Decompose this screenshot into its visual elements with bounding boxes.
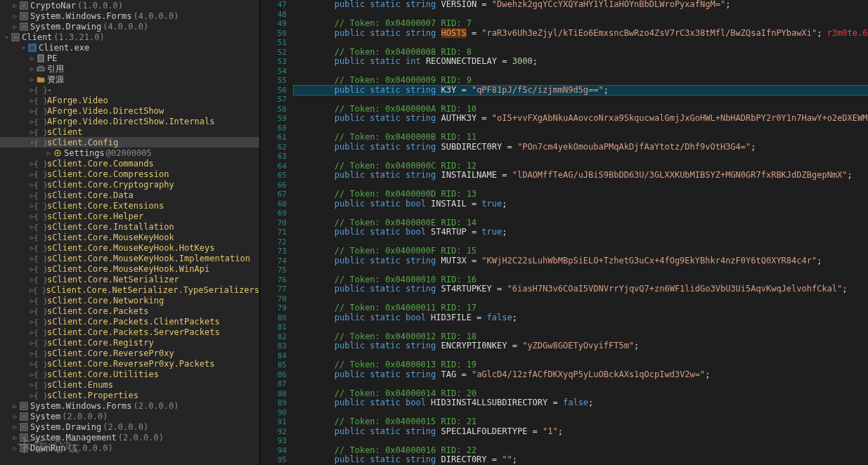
tree-item[interactable]: ▷System.Drawing (2.0.0.0) — [0, 421, 259, 432]
tree-item[interactable]: ▷{ }AForge.Video.DirectShow.Internals — [0, 116, 259, 126]
code-line[interactable]: public static bool HID3INST4LLSUBDIRECTO… — [294, 398, 868, 408]
expand-arrow-icon[interactable]: ▿ — [20, 44, 27, 51]
tree-item[interactable]: ▷{ }sClient.Core.Packets — [0, 306, 259, 316]
tree-item[interactable]: ▷{ }AForge.Video.DirectShow — [0, 105, 259, 116]
expand-arrow-icon[interactable]: ▷ — [11, 424, 19, 431]
code-line[interactable] — [294, 322, 868, 332]
tree-item[interactable]: ▷{ }sClient.Core.Packets.ServerPackets — [0, 327, 259, 337]
code-line[interactable]: // Token: 0x0400000A RID: 10 — [294, 105, 868, 114]
code-line[interactable]: // Token: 0x04000015 RID: 21 — [294, 417, 868, 427]
code-line[interactable] — [294, 294, 868, 304]
expand-arrow-icon[interactable]: ▷ — [28, 65, 36, 72]
tree-item[interactable]: ▷{ }sClient.Core.Compression — [0, 169, 259, 179]
tree-item[interactable]: ▿Client (1.3.21.0) — [0, 32, 259, 42]
tree-item[interactable]: ▷{ }sClient.Enums — [0, 379, 259, 390]
tree-item[interactable]: ▷{ }sClient.Core.MouseKeyHook.Implementa… — [0, 253, 259, 263]
code-line[interactable] — [294, 67, 868, 77]
tree-item[interactable]: ▷{ }sClient.Core.Packets.ClientPackets — [0, 316, 259, 327]
expand-arrow-icon[interactable]: ▷ — [28, 55, 36, 62]
tree-item[interactable]: ▷资源 — [0, 74, 259, 84]
code-line[interactable]: // Token: 0x0400000C RID: 12 — [294, 162, 868, 171]
tree-item[interactable]: ▷{ }sClient.Core.MouseKeyHook.WinApi — [0, 263, 259, 274]
code-line[interactable]: public static string TAG = "aGlcD4/12zfA… — [294, 370, 868, 380]
code-area[interactable]: public static string VERSION = "Dwehzk2g… — [294, 0, 868, 465]
tree-item[interactable]: ▷{ }sClient.Core.ReversePr0xy — [0, 348, 259, 358]
tree-item[interactable]: ▷{ }sClient.Core.MouseKeyHook.HotKeys — [0, 242, 259, 253]
code-line[interactable]: public static string SUBDIRECT0RY = "POn… — [294, 143, 868, 152]
code-line[interactable]: public static bool INSTAIL = true; — [294, 199, 868, 209]
code-line[interactable]: // Token: 0x04000009 RID: 9 — [294, 76, 868, 86]
code-line[interactable]: public static string SPEC1ALFOLDERTYPE =… — [294, 427, 868, 437]
code-line[interactable]: public static string VERSION = "Dwehzk2g… — [294, 0, 868, 10]
code-line[interactable]: // Token: 0x04000016 RID: 22 — [294, 446, 868, 456]
code-line[interactable]: public static string ENCRYPTI0NKEY = "yZ… — [294, 341, 868, 351]
code-line[interactable]: public static string AUTHK3Y = "oI5+vvFX… — [294, 114, 868, 124]
tree-item[interactable]: ▷System.Windows.Forms (4.0.0.0) — [0, 11, 259, 21]
code-line[interactable]: // Token: 0x04000007 RID: 7 — [294, 19, 868, 29]
code-line[interactable]: public static string K3Y = "qPF81pJ/fSc/… — [294, 86, 868, 96]
code-line[interactable]: public static bool HID3FILE = false; — [294, 313, 868, 323]
tree-item[interactable]: ▷{ }sClient.Core.ReversePr0xy.Packets — [0, 358, 259, 369]
code-line[interactable] — [294, 266, 868, 275]
code-line[interactable] — [294, 436, 868, 446]
tree-item[interactable]: ▷System.Drawing (4.0.0.0) — [0, 21, 259, 32]
code-line[interactable]: // Token: 0x0400000F RID: 15 — [294, 247, 868, 256]
tree-item[interactable]: ▷DownRun (1.0.0.0) — [0, 443, 259, 453]
code-line[interactable]: // Token: 0x0400000E RID: 14 — [294, 218, 868, 228]
code-line[interactable] — [294, 408, 868, 418]
tree-item[interactable]: ▷{ }sClient — [0, 126, 259, 137]
code-line[interactable]: // Token: 0x04000010 RID: 16 — [294, 275, 868, 285]
tree-item[interactable]: ▿{ }sClient.Config — [0, 137, 259, 148]
code-editor[interactable]: 4748495051525354555657585960616263646566… — [260, 0, 868, 465]
code-line[interactable] — [294, 209, 868, 218]
code-line[interactable] — [294, 124, 868, 133]
code-line[interactable] — [294, 38, 868, 48]
tree-item[interactable]: ▷{ }sClient.Properties — [0, 390, 259, 400]
code-line[interactable]: public static string HOSTS = "raR3v6Uh3e… — [294, 29, 868, 39]
tree-item[interactable]: ▷System.Management (2.0.0.0) — [0, 432, 259, 443]
code-line[interactable]: // Token: 0x04000014 RID: 20 — [294, 389, 868, 399]
code-line[interactable]: public static int RECONNECTDELAY = 3000; — [294, 57, 868, 67]
code-line[interactable]: public static string INSTAILNAME = "lDAO… — [294, 171, 868, 181]
tree-item[interactable]: ▷{ }sClient.Core.Helper — [0, 211, 259, 221]
expand-arrow-icon[interactable]: ▷ — [11, 402, 19, 410]
tree-item[interactable]: ▷{ }- — [0, 84, 259, 95]
code-line[interactable]: public static string DIRECT0RY = ""; — [294, 455, 868, 465]
code-line[interactable]: // Token: 0x0400000D RID: 13 — [294, 190, 868, 199]
tree-item[interactable]: ▷PE — [0, 53, 259, 63]
expand-arrow-icon[interactable]: ▷ — [28, 76, 36, 83]
tree-item[interactable]: ▷{ }sClient.Core.NetSerializer.TypeSeria… — [0, 284, 259, 295]
tree-item[interactable]: ▷{ }sClient.Core.Networking — [0, 295, 259, 306]
assembly-explorer[interactable]: ▷CryptoNar (1.0.0.0)▷System.Windows.Form… — [0, 0, 260, 465]
tree-item[interactable]: ▷{ }sClient.Core.Data — [0, 190, 259, 200]
code-line[interactable] — [294, 152, 868, 162]
tree-item[interactable]: ▷{ }sClient.Core.Utilities — [0, 369, 259, 379]
code-line[interactable] — [294, 95, 868, 105]
code-line[interactable] — [294, 237, 868, 247]
code-line[interactable]: public static string ST4RTUPKEY = "6iasH… — [294, 284, 868, 294]
code-line[interactable] — [294, 181, 868, 190]
expand-arrow-icon[interactable]: ▷ — [11, 13, 19, 20]
code-line[interactable]: // Token: 0x0400000B RID: 11 — [294, 133, 868, 143]
tree-item[interactable]: ▷Settings @02000005 — [0, 148, 259, 158]
tree-item[interactable]: ▷{ }sClient.Core.Extensions — [0, 200, 259, 211]
code-line[interactable] — [294, 379, 868, 389]
tree-item[interactable]: ▷引用 — [0, 63, 259, 74]
expand-arrow-icon[interactable]: ▷ — [11, 23, 19, 30]
code-line[interactable]: // Token: 0x04000011 RID: 17 — [294, 303, 868, 313]
code-line[interactable] — [294, 351, 868, 361]
tree-item[interactable]: ▷{ }sClient.Core.Registry — [0, 337, 259, 348]
expand-arrow-icon[interactable]: ▿ — [3, 34, 11, 41]
tree-item[interactable]: ▷System.Windows.Forms (2.0.0.0) — [0, 400, 259, 411]
tree-item[interactable]: ▷{ }sClient.Core.MouseKeyHook — [0, 232, 259, 242]
tree-item[interactable]: ▷CryptoNar (1.0.0.0) — [0, 0, 259, 11]
expand-arrow-icon[interactable]: ▷ — [11, 2, 19, 9]
tree-item[interactable]: ▷{ }AForge.Video — [0, 95, 259, 105]
code-line[interactable]: // Token: 0x04000013 RID: 19 — [294, 360, 868, 370]
code-line[interactable]: // Token: 0x04000012 RID: 18 — [294, 332, 868, 342]
tree-item[interactable]: ▿Client.exe — [0, 42, 259, 53]
tree-item[interactable]: ▷{ }sClient.Core.NetSerializer — [0, 274, 259, 284]
expand-arrow-icon[interactable]: ▷ — [11, 413, 19, 420]
code-line[interactable]: public static string MUT3X = "KWjH2C22sL… — [294, 256, 868, 266]
expand-arrow-icon[interactable]: ▷ — [11, 445, 19, 452]
